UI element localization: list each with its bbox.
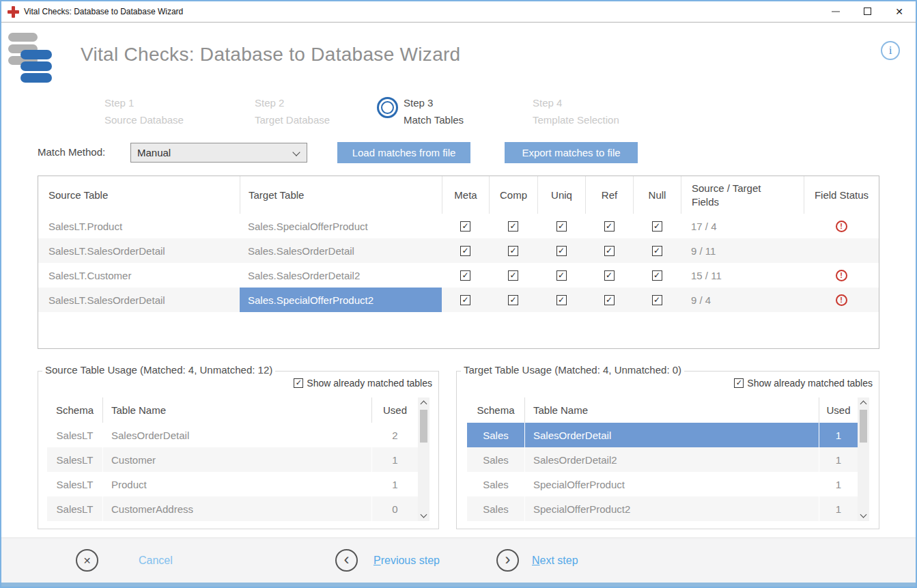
col-target-table: Target Table bbox=[240, 176, 442, 214]
schema-cell: Sales bbox=[467, 447, 524, 472]
target-table-cell[interactable]: Sales.SpecialOfferProduct bbox=[240, 214, 442, 238]
target-table-cell[interactable]: Sales.SpecialOfferProduct2 bbox=[240, 288, 442, 312]
comp-checkbox[interactable] bbox=[508, 246, 518, 256]
minimize-button[interactable] bbox=[820, 1, 851, 21]
meta-checkbox[interactable] bbox=[460, 246, 470, 256]
minimize-icon bbox=[832, 11, 840, 12]
used-cell: 1 bbox=[819, 447, 858, 472]
ref-checkbox[interactable] bbox=[604, 295, 615, 305]
col-source-table: Source Table bbox=[38, 176, 240, 214]
comp-checkbox[interactable] bbox=[508, 221, 518, 232]
null-checkbox[interactable] bbox=[652, 270, 662, 281]
scroll-up-icon[interactable] bbox=[421, 401, 427, 408]
table-name-cell: SalesOrderDetail bbox=[102, 423, 371, 447]
uniq-checkbox[interactable] bbox=[556, 221, 567, 232]
uniq-checkbox[interactable] bbox=[556, 295, 567, 305]
comp-checkbox[interactable] bbox=[508, 270, 518, 281]
match-method-select[interactable]: Manual bbox=[130, 143, 307, 163]
null-checkbox[interactable] bbox=[652, 246, 662, 256]
col-null: Null bbox=[633, 176, 681, 214]
step-4-sublabel: Template Selection bbox=[533, 111, 619, 128]
maximize-icon bbox=[864, 8, 871, 15]
col-schema: Schema bbox=[47, 397, 102, 423]
ref-checkbox[interactable] bbox=[604, 221, 615, 232]
scroll-down-icon[interactable] bbox=[860, 512, 867, 518]
meta-checkbox-cell bbox=[442, 214, 489, 238]
table-name-cell: Product bbox=[102, 472, 371, 496]
null-checkbox[interactable] bbox=[652, 221, 662, 232]
schema-cell: Sales bbox=[467, 472, 524, 496]
warning-icon: ! bbox=[836, 294, 847, 306]
comp-checkbox-cell bbox=[489, 263, 537, 288]
col-table-name: Table Name bbox=[102, 397, 371, 423]
col-uniq: Uniq bbox=[537, 176, 585, 214]
usage-table-row[interactable]: SalesLTCustomerAddress0 bbox=[47, 496, 429, 521]
scrollbar-thumb[interactable] bbox=[860, 410, 867, 443]
scroll-down-icon[interactable] bbox=[421, 512, 427, 518]
used-cell: 1 bbox=[371, 447, 418, 472]
source-scrollbar[interactable] bbox=[418, 397, 429, 521]
scroll-up-icon[interactable] bbox=[860, 401, 867, 408]
usage-table-row[interactable]: SalesLTSalesOrderDetail2 bbox=[47, 423, 429, 447]
col-used: Used bbox=[819, 397, 858, 423]
step-4-label: Step 4 bbox=[533, 94, 619, 111]
info-icon[interactable]: i bbox=[881, 41, 900, 60]
source-table-cell: SalesLT.Product bbox=[38, 214, 240, 238]
next-icon[interactable]: › bbox=[496, 549, 519, 572]
uniq-checkbox-cell bbox=[537, 238, 585, 263]
step-1: Step 1 Source Database bbox=[104, 94, 184, 128]
usage-table-row[interactable]: SalesLTCustomer1 bbox=[47, 447, 429, 472]
usage-table-row[interactable]: SalesLTProduct1 bbox=[47, 472, 429, 496]
cancel-icon[interactable]: ✕ bbox=[76, 549, 98, 572]
target-show-matched-label: Show already matched tables bbox=[747, 378, 873, 389]
usage-table-row[interactable]: SalesSalesOrderDetail21 bbox=[467, 447, 869, 472]
target-table-cell[interactable]: Sales.SalesOrderDetail bbox=[240, 238, 442, 263]
uniq-checkbox[interactable] bbox=[556, 246, 567, 256]
meta-checkbox-cell bbox=[442, 238, 489, 263]
usage-table-row[interactable]: SalesSpecialOfferProduct21 bbox=[467, 496, 869, 521]
maximize-button[interactable] bbox=[851, 1, 883, 21]
previous-icon[interactable]: ‹ bbox=[335, 549, 358, 572]
load-matches-button[interactable]: Load matches from file bbox=[337, 142, 470, 163]
match-table-row[interactable]: SalesLT.SalesOrderDetailSales.SalesOrder… bbox=[38, 238, 879, 263]
uniq-checkbox[interactable] bbox=[556, 270, 567, 281]
next-step-button[interactable]: Next step bbox=[532, 549, 578, 572]
ref-checkbox[interactable] bbox=[604, 270, 615, 281]
source-show-matched-toggle[interactable]: Show already matched tables bbox=[294, 378, 432, 389]
table-name-cell: SalesOrderDetail2 bbox=[524, 447, 819, 472]
cancel-button[interactable]: Cancel bbox=[139, 549, 173, 572]
meta-checkbox-cell bbox=[442, 263, 489, 288]
target-show-matched-checkbox[interactable] bbox=[734, 378, 744, 388]
match-table-row[interactable]: SalesLT.SalesOrderDetailSales.SpecialOff… bbox=[38, 288, 879, 312]
match-table-row[interactable]: SalesLT.CustomerSales.SalesOrderDetail21… bbox=[38, 263, 879, 288]
target-scrollbar[interactable] bbox=[858, 397, 869, 521]
col-schema: Schema bbox=[467, 397, 524, 423]
usage-table-row[interactable]: SalesSpecialOfferProduct1 bbox=[467, 472, 869, 496]
used-cell: 1 bbox=[819, 472, 858, 496]
table-name-cell: CustomerAddress bbox=[102, 496, 371, 521]
previous-step-button[interactable]: Previous step bbox=[373, 549, 440, 572]
meta-checkbox[interactable] bbox=[460, 270, 470, 281]
col-comp: Comp bbox=[489, 176, 537, 214]
meta-checkbox[interactable] bbox=[460, 221, 470, 232]
export-matches-button[interactable]: Export matches to file bbox=[505, 142, 638, 163]
null-checkbox[interactable] bbox=[652, 295, 662, 305]
target-table-cell[interactable]: Sales.SalesOrderDetail2 bbox=[240, 263, 442, 288]
usage-table-row[interactable]: SalesSalesOrderDetail1 bbox=[467, 423, 869, 447]
match-table-row[interactable]: SalesLT.ProductSales.SpecialOfferProduct… bbox=[38, 214, 879, 238]
schema-cell: Sales bbox=[467, 496, 524, 521]
source-show-matched-checkbox[interactable] bbox=[294, 378, 303, 388]
ref-checkbox[interactable] bbox=[604, 246, 615, 256]
close-button[interactable]: ✕ bbox=[883, 1, 916, 21]
table-name-cell: SalesOrderDetail bbox=[524, 423, 819, 447]
scrollbar-thumb[interactable] bbox=[420, 410, 427, 443]
comp-checkbox[interactable] bbox=[508, 295, 518, 305]
meta-checkbox[interactable] bbox=[460, 295, 470, 305]
match-method-label: Match Method: bbox=[38, 146, 105, 158]
match-table: Source Table Target Table Meta Comp Uniq… bbox=[38, 176, 879, 349]
null-checkbox-cell bbox=[633, 288, 681, 312]
target-usage-title: Target Table Usage (Matched: 4, Unmatche… bbox=[461, 364, 684, 376]
null-checkbox-cell bbox=[633, 263, 681, 288]
schema-cell: SalesLT bbox=[47, 447, 102, 472]
target-show-matched-toggle[interactable]: Show already matched tables bbox=[734, 378, 873, 389]
